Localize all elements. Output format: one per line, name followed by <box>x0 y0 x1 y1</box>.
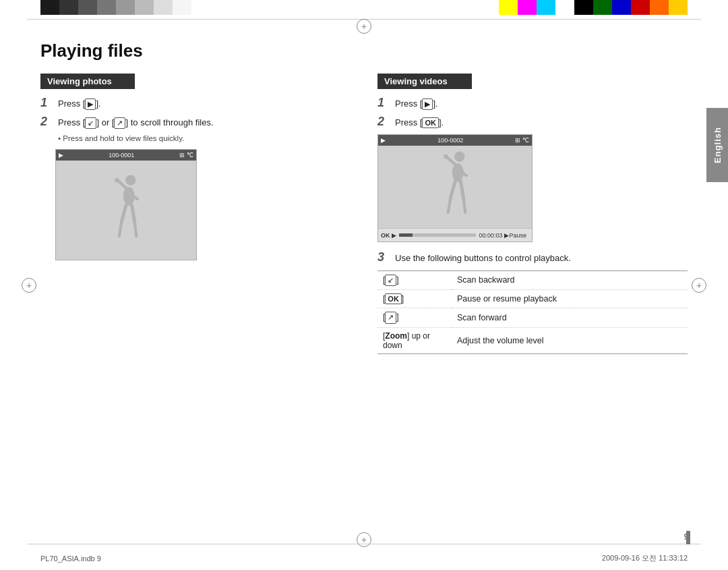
scan-back-btn: ↙ <box>385 275 396 286</box>
video-screen-header: ▶ 100-0002 ⊞ ℃ <box>378 135 532 146</box>
ok-button-icon: OK <box>422 117 439 128</box>
step-3-videos-text: Use the following buttons to control pla… <box>395 252 571 265</box>
table-button-cell: [Zoom] up or down <box>377 327 452 353</box>
play-button-icon: ▶ <box>85 98 96 110</box>
video-pause-label: Pause <box>509 232 526 239</box>
camera-screen-body <box>56 161 196 260</box>
step-2-photos-note: Press and hold to view files quickly. <box>58 134 351 142</box>
color-bar-left <box>40 0 191 15</box>
video-timestamp: 00:00:03 <box>479 232 502 239</box>
crosshair-right <box>692 278 706 293</box>
video-screen-footer: OK ▶ 00:00:03 ▶ Pause <box>378 228 532 241</box>
table-row: [OK] Pause or resume playback <box>377 289 688 308</box>
footer-left: PL70_ASIA.indb 9 <box>40 554 101 563</box>
camera-header-icons: ⊞ ℃ <box>179 152 193 159</box>
step-num-2: 2 <box>40 115 55 129</box>
step-num-v2: 2 <box>377 115 392 129</box>
video-nav-icon: ▶ <box>504 232 509 239</box>
svg-line-8 <box>135 221 137 235</box>
viewing-photos-header: Viewing photos <box>40 74 135 89</box>
step-3-videos: 3 Use the following buttons to control p… <box>377 252 688 265</box>
table-desc-cell: Scan backward <box>452 270 688 289</box>
svg-line-7 <box>131 205 134 222</box>
table-row: [↙] Scan backward <box>377 270 688 289</box>
two-column-layout: Viewing photos 1 Press [▶]. 2 Press [↙] … <box>40 74 688 354</box>
svg-line-17 <box>464 198 466 212</box>
footer-right: 2009-09-16 오전 11:33:12 <box>602 553 688 563</box>
table-button-cell: [↙] <box>377 270 452 289</box>
step-1-photos: 1 Press [▶]. <box>40 97 351 111</box>
camera-play-icon: ▶ <box>59 152 63 159</box>
video-footer-ok: OK <box>381 232 390 239</box>
viewing-videos-header: Viewing videos <box>377 74 472 89</box>
step-2-photos-text: Press [↙] or [↗] to scroll through files… <box>58 116 214 130</box>
step-2-photos: 2 Press [↙] or [↗] to scroll through fil… <box>40 116 351 130</box>
color-bar-right <box>499 0 688 15</box>
table-desc-cell: Scan forward <box>452 308 688 327</box>
table-row: [↗] Scan forward <box>377 308 688 327</box>
step-num-v1: 1 <box>377 96 392 110</box>
main-content: Playing files Viewing photos 1 Press [▶]… <box>40 40 688 536</box>
svg-point-12 <box>444 154 448 159</box>
svg-line-15 <box>448 198 450 212</box>
svg-line-14 <box>450 181 455 198</box>
table-button-cell: [OK] <box>377 289 452 308</box>
video-play-icon: ▶ <box>381 137 386 144</box>
video-progress-bar <box>399 233 477 237</box>
right-column: Viewing videos 1 Press [▶]. 2 Press [OK]… <box>377 74 688 354</box>
step-1-photos-text: Press [▶]. <box>58 97 101 111</box>
svg-point-9 <box>454 152 464 162</box>
page-title: Playing files <box>40 40 688 61</box>
language-tab-label: English <box>712 127 723 163</box>
video-play-indicator: ▶ <box>392 232 396 239</box>
page-marker <box>686 531 690 544</box>
table-desc-cell: Pause or resume playback <box>452 289 688 308</box>
table-row: [Zoom] up or down Adjust the volume leve… <box>377 327 688 353</box>
step-1-videos: 1 Press [▶]. <box>377 97 688 111</box>
video-progress-fill <box>399 233 413 237</box>
video-file-name: 100-0002 <box>437 137 463 144</box>
camera-screen-header: ▶ 100-0001 ⊞ ℃ <box>56 150 196 161</box>
step-num-v3: 3 <box>377 250 392 264</box>
step-2-videos: 2 Press [OK]. <box>377 116 688 130</box>
zoom-label: Zoom <box>385 331 407 341</box>
person-silhouette <box>106 173 146 248</box>
next-button-icon: ↗ <box>114 117 125 129</box>
step-2-videos-text: Press [OK]. <box>395 116 444 130</box>
step-num-1: 1 <box>40 96 55 110</box>
svg-point-0 <box>125 175 135 185</box>
prev-button-icon: ↙ <box>85 117 96 129</box>
crosshair-left <box>22 278 36 293</box>
person-silhouette-video <box>435 150 475 224</box>
table-desc-cell: Adjust the volume level <box>452 327 688 353</box>
controls-table: [↙] Scan backward [OK] Pause or resume p… <box>377 270 688 354</box>
language-tab: English <box>706 108 728 182</box>
play-button-icon-v: ▶ <box>422 98 433 110</box>
step-1-videos-text: Press [▶]. <box>395 97 438 111</box>
video-header-icons: ⊞ ℃ <box>515 137 529 144</box>
footer: PL70_ASIA.indb 9 2009-09-16 오전 11:33:12 <box>40 553 688 563</box>
svg-point-3 <box>115 177 119 182</box>
crosshair-top <box>357 19 371 34</box>
svg-line-5 <box>121 205 126 222</box>
svg-line-16 <box>460 181 463 198</box>
camera-screen-mockup: ▶ 100-0001 ⊞ ℃ <box>55 149 197 260</box>
ok-btn: OK <box>385 293 402 304</box>
video-screen-mockup: ▶ 100-0002 ⊞ ℃ <box>377 134 533 242</box>
video-screen-body <box>378 146 532 228</box>
table-button-cell: [↗] <box>377 308 452 327</box>
svg-line-6 <box>119 221 121 235</box>
scan-fwd-btn: ↗ <box>385 312 396 323</box>
left-column: Viewing photos 1 Press [▶]. 2 Press [↙] … <box>40 74 351 354</box>
camera-file-name: 100-0001 <box>109 152 134 159</box>
